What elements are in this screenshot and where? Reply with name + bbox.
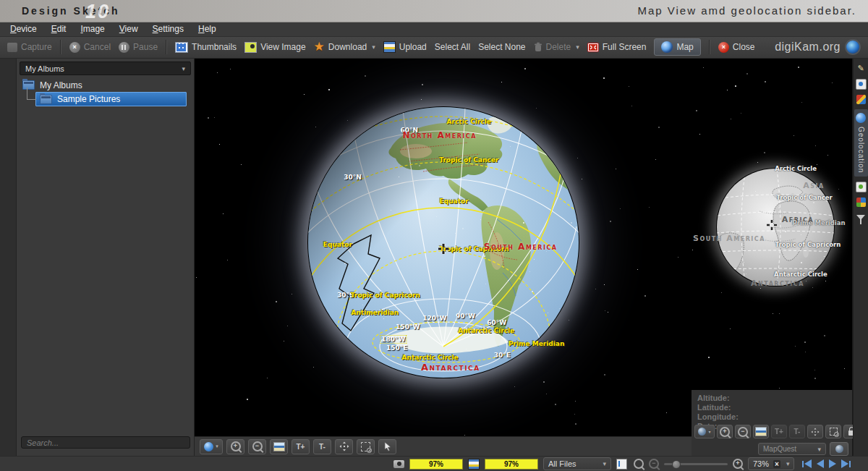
map-label: 30°N [344,174,362,181]
close-button[interactable]: × Close [718,42,755,53]
mini-zoom-selection-button[interactable] [825,425,841,438]
search-input[interactable] [21,436,190,449]
next-item-button[interactable] [829,459,836,468]
thumbnails-button[interactable]: Thumbnails [175,42,237,53]
map-label: South America [693,233,765,242]
select-region-icon [830,428,838,436]
star [813,202,814,203]
fit-to-window-icon[interactable] [634,459,644,469]
collection-selector[interactable]: My Albums ▾ [20,61,191,75]
mini-zoom-out-button[interactable]: − [735,425,751,438]
zoom-in-icon[interactable]: + [733,459,743,469]
map-label: Map [676,42,693,52]
zoom-selection-button[interactable] [357,439,375,454]
increase-thumbnail-button[interactable]: T+ [292,439,310,454]
album-root-label: My Albums [40,80,82,90]
download-button[interactable]: ★ Download ▾ [314,42,375,52]
tab-maps[interactable] [856,198,866,207]
chevron-down-icon: ▾ [708,429,710,434]
window-caption: Map View amd geolocation sidebar. [637,4,856,17]
map-label: Asia [803,180,824,190]
star [208,117,209,119]
album-free-space-value: 97% [504,460,519,468]
map-canvas[interactable]: Arctic Circle60°NNorth AmericaTropic of … [195,59,692,437]
mini-map-crosshair-icon [766,219,778,231]
mini-map-theme-button[interactable]: ▾ [694,425,715,438]
map-label: Antarctic Circle [458,327,514,334]
tab-captions[interactable]: ✎ [856,63,867,74]
album-tree-root[interactable]: My Albums [17,78,194,92]
mini-pan-mode-button[interactable] [807,425,823,438]
map-label: Arctic Circle [447,118,491,125]
decrease-thumbnail-button[interactable]: T- [313,439,331,454]
tab-properties[interactable] [856,79,867,90]
album-icon [468,459,480,470]
star [825,281,826,281]
map-label: Prime Meridian [509,340,564,347]
chevron-down-icon[interactable]: ▾ [372,43,375,51]
menu-help[interactable]: Help [191,24,224,34]
map-button[interactable]: Map [654,38,700,56]
menu-settings[interactable]: Settings [145,24,191,34]
map-label: 120°W [422,315,446,322]
zoom-in-button[interactable]: + [226,439,244,454]
file-filter-value: All Files [548,459,576,468]
mini-decrease-thumbnail-button[interactable]: T- [789,425,805,438]
menu-device[interactable]: Device [3,24,44,34]
pan-mode-button[interactable] [335,439,353,454]
select-all-button[interactable]: Select All [435,42,470,52]
map-provider-select[interactable]: MapQuest ▾ [758,443,826,455]
star [455,233,456,234]
map-theme-button[interactable]: ▾ [200,439,223,454]
last-item-button[interactable] [841,459,851,468]
select-none-button[interactable]: Select None [478,42,525,52]
pause-button[interactable]: Pause [119,42,158,53]
album-tree-item-selected[interactable]: Sample Pictures [35,92,187,106]
tab-metadata[interactable] [856,182,867,192]
file-filter-select[interactable]: All Files ▾ [543,457,611,470]
star [703,67,704,68]
capture-button[interactable]: Capture [7,42,52,52]
zoom-out-button[interactable]: − [248,439,266,454]
globe-icon [856,113,866,123]
cancel-button[interactable]: × Cancel [69,42,111,53]
zoom-level-select[interactable]: 73% × ▾ [748,457,794,470]
tab-filters[interactable] [856,212,867,223]
star [824,256,825,257]
mini-zoom-in-button[interactable]: + [717,425,733,438]
view-image-label: View Image [260,42,305,52]
provider-globe-button[interactable] [830,442,848,456]
map-label: Tropic of Cancer [439,156,498,164]
main-toolbar: Capture × Cancel Pause Thumbnails View I… [0,36,868,59]
image-size-icon[interactable] [616,459,627,470]
menu-edit[interactable]: Edit [44,24,74,34]
mini-show-thumbnails-button[interactable] [753,425,769,438]
select-mode-button[interactable] [378,439,396,454]
slider-knob[interactable] [672,460,681,469]
previous-item-button[interactable] [817,459,824,468]
first-item-button[interactable] [802,459,812,468]
upload-button[interactable]: Upload [383,41,427,53]
tab-colors[interactable] [856,95,866,104]
view-image-button[interactable]: View Image [244,42,305,53]
zoom-out-icon[interactable]: − [649,459,659,469]
full-screen-button[interactable]: Full Screen [587,42,647,52]
chevron-down-icon[interactable]: ▾ [576,43,579,51]
download-label: Download [328,42,367,52]
tab-geolocation-active[interactable]: Geolocation [854,109,868,177]
menu-image[interactable]: Image [73,24,111,34]
star [304,94,305,95]
delete-button[interactable]: Delete ▾ [534,42,579,52]
camera-free-space-value: 97% [429,460,443,468]
thumbnail-size-slider[interactable] [664,463,728,465]
star [464,435,465,436]
mini-increase-thumbnail-button[interactable]: T+ [771,425,787,438]
show-thumbnails-button[interactable] [270,439,288,454]
menu-view[interactable]: View [112,24,145,34]
map-label: Equator [440,198,469,205]
clear-icon[interactable]: × [773,460,780,468]
star [727,90,728,90]
star [730,328,731,329]
star [546,394,547,394]
geolocation-mini-map[interactable]: Arctic CircleAsiaTropic of CancerAfricaP… [692,59,852,390]
